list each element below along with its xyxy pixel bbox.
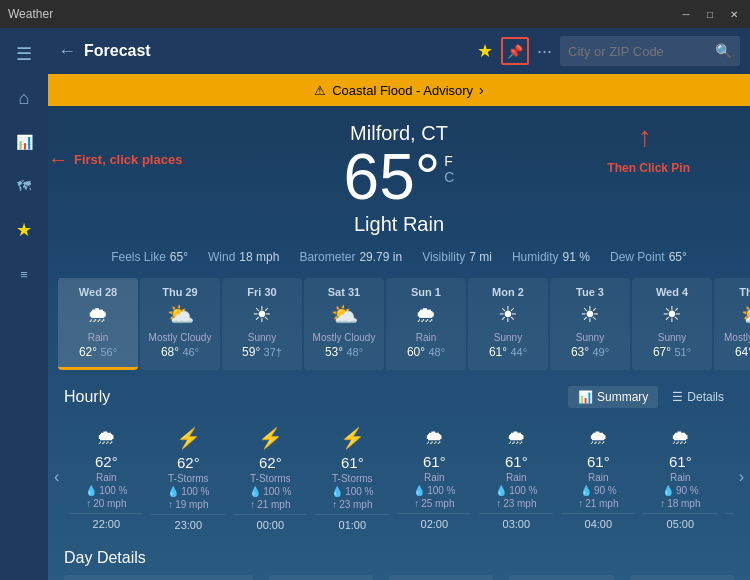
- advisory-banner[interactable]: ⚠ Coastal Flood - Advisory ›: [48, 74, 750, 106]
- sidebar: ☰ ⌂ 📊 🗺 ★ ≡: [0, 28, 48, 580]
- sidebar-favorites[interactable]: ★: [4, 210, 44, 250]
- advisory-chevron-icon: ›: [479, 82, 484, 98]
- forecast-day-0[interactable]: Wed 28 🌧 Rain 62° 56°: [58, 278, 138, 370]
- hourly-temp: 61°: [643, 453, 717, 470]
- current-weather: ↑ Then Click Pin Milford, CT 65° F C Lig…: [48, 106, 750, 244]
- search-input[interactable]: [568, 44, 715, 59]
- day-details-section: Day Details Day Bring an umbrella. It's …: [48, 541, 750, 580]
- hourly-wind: ↑21 mph: [561, 498, 635, 509]
- hourly-icon: 🌧: [479, 426, 553, 449]
- hourly-temp: 62°: [725, 453, 732, 470]
- feels-like-label: Feels Like: [111, 250, 166, 264]
- hourly-wind: ↑23 mph: [479, 498, 553, 509]
- forecast-day-7[interactable]: Wed 4 ☀ Sunny 67° 51°: [632, 278, 712, 370]
- arrow-up-annotation: ↑: [638, 121, 652, 153]
- forecast-hi: 62°: [79, 345, 97, 359]
- forecast-day-icon: ⛅: [720, 302, 750, 328]
- search-icon[interactable]: 🔍: [715, 43, 732, 59]
- hourly-desc: T-Storms: [151, 473, 225, 484]
- visibility-value: 7 mi: [469, 250, 492, 264]
- forecast-day-name: Tue 3: [556, 286, 624, 298]
- forecast-hi: 63°: [571, 345, 589, 359]
- forecast-day-icon: ⛅: [310, 302, 378, 328]
- forecast-day-3[interactable]: Sat 31 ⛅ Mostly Cloudy 53° 48°: [304, 278, 384, 370]
- hourly-scroll: 🌧 62° Rain 💧100 % ↑20 mph 22:00 ⚡ 62° T-…: [65, 416, 732, 537]
- more-options-button[interactable]: ···: [537, 41, 552, 62]
- sidebar-list[interactable]: ≡: [4, 254, 44, 294]
- first-click-annotation: ← First, click places: [48, 148, 182, 171]
- page-title: Forecast: [84, 42, 469, 60]
- forecast-day-icon: ⛅: [146, 302, 214, 328]
- dew-point: Dew Point 65°: [610, 250, 687, 264]
- forecast-day-8[interactable]: Thu 5 ⛅ Mostly Sunny 64° 51°: [714, 278, 750, 370]
- day-card: Day Bring an umbrella. It's going to rai…: [64, 575, 253, 580]
- hourly-item-5: 🌧 61° Rain 💧100 % ↑23 mph 03:00: [475, 416, 557, 537]
- forecast-day-temps: 60° 48°: [392, 345, 460, 359]
- details-tab-label: Details: [687, 390, 724, 404]
- red-arrow-left-icon: ←: [48, 148, 68, 171]
- hourly-time: 01:00: [315, 514, 389, 531]
- hourly-precip: 💧90 %: [643, 485, 717, 496]
- sidebar-hamburger[interactable]: ☰: [4, 34, 44, 74]
- summary-tab[interactable]: 📊 Summary: [568, 386, 658, 408]
- forecast-strip: Wed 28 🌧 Rain 62° 56° Thu 29 ⛅ Mostly Cl…: [48, 270, 750, 378]
- forecast-day-6[interactable]: Tue 3 ☀ Sunny 63° 49°: [550, 278, 630, 370]
- forecast-day-name: Thu 29: [146, 286, 214, 298]
- wind-label: Wind: [208, 250, 235, 264]
- dew-point-value: 65°: [669, 250, 687, 264]
- close-button[interactable]: ✕: [726, 6, 742, 22]
- humidity-card: Humidity 72%: [630, 575, 734, 580]
- unit-f[interactable]: F: [444, 153, 453, 169]
- sunrise-card: Sunrise ☀ 07:18: [269, 575, 373, 580]
- wind-arrow-icon: ↑: [578, 498, 583, 509]
- forecast-day-condition: Sunny: [638, 332, 706, 343]
- drop-icon: 💧: [580, 485, 592, 496]
- forecast-day-2[interactable]: Fri 30 ☀ Sunny 59° 37†: [222, 278, 302, 370]
- hourly-temp: 62°: [69, 453, 143, 470]
- hourly-item-0: 🌧 62° Rain 💧100 % ↑20 mph 22:00: [65, 416, 147, 537]
- hourly-temp: 62°: [233, 454, 307, 471]
- humidity-value: 91 %: [563, 250, 590, 264]
- forecast-day-4[interactable]: Sun 1 🌧 Rain 60° 48°: [386, 278, 466, 370]
- topbar: ← Forecast ★ 📌 ··· 🔍: [48, 28, 750, 74]
- forecast-day-icon: ☀: [474, 302, 542, 328]
- hourly-temp: 61°: [561, 453, 635, 470]
- sidebar-map[interactable]: 🗺: [4, 166, 44, 206]
- hourly-item-2: ⚡ 62° T-Storms 💧100 % ↑21 mph 00:00: [229, 416, 311, 537]
- pin-button[interactable]: 📌: [501, 37, 529, 65]
- wind-arrow-icon: ↑: [86, 498, 91, 509]
- hourly-wind: ↑19 mph: [151, 499, 225, 510]
- forecast-hi: 60°: [407, 345, 425, 359]
- details-tab[interactable]: ☰ Details: [662, 386, 734, 408]
- wind-arrow-icon: ↑: [250, 499, 255, 510]
- forecast-day-icon: ☀: [638, 302, 706, 328]
- hourly-wind: ↑23 mph: [315, 499, 389, 510]
- minimize-button[interactable]: ─: [678, 6, 694, 22]
- forecast-day-name: Sat 31: [310, 286, 378, 298]
- unit-c[interactable]: C: [444, 169, 454, 185]
- forecast-day-name: Sun 1: [392, 286, 460, 298]
- forecast-day-temps: 61° 44°: [474, 345, 542, 359]
- sidebar-home[interactable]: ⌂: [4, 78, 44, 118]
- star-button[interactable]: ★: [477, 40, 493, 62]
- forecast-day-name: Thu 5: [720, 286, 750, 298]
- forecast-day-5[interactable]: Mon 2 ☀ Sunny 61° 44°: [468, 278, 548, 370]
- forecast-day-1[interactable]: Thu 29 ⛅ Mostly Cloudy 68° 46°: [140, 278, 220, 370]
- scroll-left-button[interactable]: ‹: [48, 468, 65, 486]
- hourly-time: 02:00: [397, 513, 471, 530]
- forecast-day-name: Wed 4: [638, 286, 706, 298]
- forecast-lo: 44°: [510, 346, 527, 358]
- hourly-temp: 62°: [151, 454, 225, 471]
- forecast-hi: 61°: [489, 345, 507, 359]
- wind-arrow-icon: ↑: [414, 498, 419, 509]
- scroll-right-button[interactable]: ›: [733, 468, 750, 486]
- advisory-text: Coastal Flood - Advisory: [332, 83, 473, 98]
- hourly-icon: ⚡: [151, 426, 225, 450]
- forecast-lo: 46°: [182, 346, 199, 358]
- hourly-wind: ↑17 mph: [725, 498, 732, 509]
- back-button[interactable]: ←: [58, 41, 76, 62]
- hourly-wind: ↑21 mph: [233, 499, 307, 510]
- temp-units: F C: [444, 153, 454, 185]
- sidebar-trending[interactable]: 📊: [4, 122, 44, 162]
- maximize-button[interactable]: □: [702, 6, 718, 22]
